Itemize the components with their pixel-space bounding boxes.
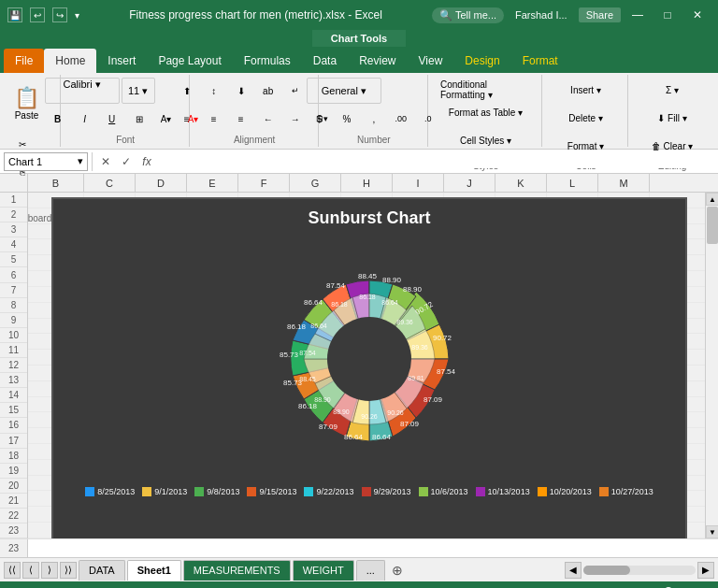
cancel-formula-button[interactable]: ✕ (96, 152, 115, 171)
border-button[interactable]: ⊞ (126, 106, 152, 132)
insert-function-button[interactable]: fx (137, 152, 156, 171)
sheet-next-button[interactable]: ⟩ (41, 562, 58, 579)
align-middle-button[interactable]: ↕ (201, 78, 227, 104)
row-23-cells (28, 539, 718, 557)
col-b[interactable]: B (28, 174, 84, 192)
tab-formulas[interactable]: Formulas (233, 49, 302, 73)
fill-button[interactable]: ⬇ Fill ▾ (647, 105, 697, 131)
h-scroll-thumb[interactable] (583, 566, 630, 575)
delete-cells-button[interactable]: Delete ▾ (563, 105, 609, 131)
paste-button[interactable]: 📋 Paste (9, 77, 44, 129)
align-top-button[interactable]: ⬆ (174, 78, 200, 104)
styles-group: Conditional Formatting ▾ Format as Table… (430, 75, 542, 147)
tab-view[interactable]: View (408, 49, 454, 73)
tab-page-layout[interactable]: Page Layout (147, 49, 232, 73)
scroll-up-button[interactable]: ▲ (706, 193, 718, 206)
tab-home[interactable]: Home (44, 49, 96, 73)
redo-icon[interactable]: ↪ (52, 7, 67, 22)
confirm-formula-button[interactable]: ✓ (117, 152, 136, 171)
sheet-area[interactable]: Sunburst Chart (28, 193, 705, 538)
h-scroll-track[interactable] (583, 566, 696, 575)
h-scroll-left[interactable]: ◀ (565, 562, 582, 579)
orientation-button[interactable]: ab (255, 78, 281, 104)
svg-text:87.54: 87.54 (437, 367, 456, 376)
col-i[interactable]: I (393, 174, 444, 192)
italic-button[interactable]: I (72, 106, 98, 132)
increase-indent-button[interactable]: → (282, 106, 309, 132)
comma-button[interactable]: , (361, 106, 387, 132)
bold-button[interactable]: B (45, 106, 71, 132)
row-4: 4 (0, 237, 27, 252)
autosum-button[interactable]: Σ ▾ (647, 77, 697, 103)
tell-me-box[interactable]: 🔍 Tell me... (432, 7, 504, 23)
align-bottom-button[interactable]: ⬇ (228, 78, 254, 104)
undo-icon[interactable]: ↩ (30, 7, 45, 22)
tab-review[interactable]: Review (348, 49, 407, 73)
vertical-scrollbar[interactable]: ▲ ▼ (705, 193, 718, 538)
tab-data[interactable]: Data (302, 49, 348, 73)
col-k[interactable]: K (495, 174, 547, 192)
format-as-table-button[interactable]: Format as Table ▾ (436, 105, 536, 131)
tab-sheet1[interactable]: Sheet1 (127, 560, 181, 581)
insert-cells-button[interactable]: Insert ▾ (563, 77, 609, 103)
col-g[interactable]: G (290, 174, 341, 192)
number-format-dropdown[interactable]: General ▾ (307, 78, 381, 104)
save-icon[interactable]: 💾 (7, 7, 22, 22)
accounting-button[interactable]: $ (307, 106, 333, 132)
col-f[interactable]: F (238, 174, 290, 192)
legend-3: 9/8/2013 (194, 487, 239, 496)
tab-measurements[interactable]: MEASUREMENTS (183, 560, 291, 581)
svg-text:86.18: 86.18 (298, 402, 318, 410)
minimize-button[interactable]: — (625, 6, 651, 24)
row-14: 14 (0, 388, 27, 403)
formula-input[interactable] (160, 155, 714, 168)
h-scroll-right[interactable]: ▶ (697, 562, 714, 579)
font-size-dropdown[interactable]: 11 ▾ (122, 78, 155, 104)
col-j[interactable]: J (444, 174, 495, 192)
legend-5: 9/22/2013 (304, 487, 353, 496)
row-12: 12 (0, 358, 27, 373)
sheet-prev-button[interactable]: ⟨ (22, 562, 39, 579)
sheet-first-button[interactable]: ⟨⟨ (4, 562, 21, 579)
align-left-button[interactable]: ≡ (174, 106, 200, 132)
col-e[interactable]: E (187, 174, 238, 192)
wrap-text-button[interactable]: ↵ (282, 78, 309, 104)
editing-group: Σ ▾ ⬇ Fill ▾ 🗑 Clear ▾ Editing (630, 75, 714, 147)
scroll-down-button[interactable]: ▼ (706, 525, 718, 538)
underline-button[interactable]: U (99, 106, 125, 132)
add-sheet-button[interactable]: ⊕ (387, 560, 408, 581)
name-box-dropdown[interactable]: ▾ (78, 155, 83, 167)
maximize-button[interactable]: □ (654, 6, 681, 24)
svg-text:88.90: 88.90 (403, 285, 423, 294)
svg-text:86.18: 86.18 (331, 301, 348, 308)
tab-file[interactable]: File (4, 49, 44, 73)
tab-more[interactable]: ... (356, 560, 385, 581)
share-button[interactable]: Share (579, 7, 621, 22)
align-center-button[interactable]: ≡ (201, 106, 227, 132)
sheet-last-button[interactable]: ⟩⟩ (60, 562, 77, 579)
chart-object[interactable]: Sunburst Chart (51, 197, 687, 538)
tab-weight[interactable]: WEIGHT (293, 560, 354, 581)
scroll-track[interactable] (706, 206, 718, 525)
align-right-button[interactable]: ≡ (228, 106, 254, 132)
percent-button[interactable]: % (334, 106, 360, 132)
decrease-indent-button[interactable]: ← (255, 106, 281, 132)
tab-design[interactable]: Design (453, 49, 510, 73)
decrease-decimal-button[interactable]: .00 (388, 106, 414, 132)
scroll-thumb[interactable] (707, 207, 718, 244)
conditional-formatting-button[interactable]: Conditional Formatting ▾ (436, 77, 536, 103)
col-c[interactable]: C (84, 174, 136, 192)
tab-insert[interactable]: Insert (96, 49, 147, 73)
legend-dot-10 (599, 487, 609, 496)
col-m[interactable]: M (598, 174, 650, 192)
legend-dot-2 (142, 487, 151, 496)
col-d[interactable]: D (136, 174, 187, 192)
font-name-dropdown[interactable]: Calibri ▾ (45, 78, 120, 104)
col-l[interactable]: L (547, 174, 598, 192)
close-button[interactable]: ✕ (684, 6, 711, 24)
name-box[interactable]: Chart 1 ▾ (4, 152, 88, 171)
tab-format[interactable]: Format (511, 49, 569, 73)
row-2: 2 (0, 208, 27, 222)
col-h[interactable]: H (341, 174, 393, 192)
tab-data[interactable]: DATA (79, 560, 125, 581)
